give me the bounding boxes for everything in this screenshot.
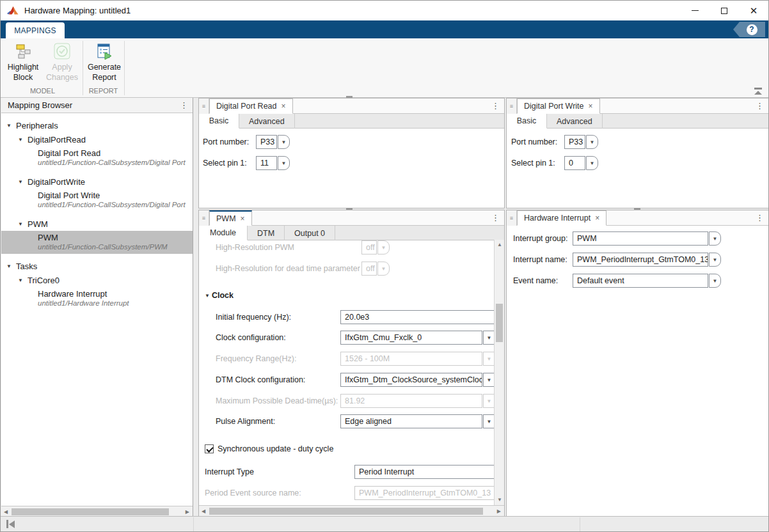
tab-close-icon[interactable]: × <box>281 102 286 111</box>
status-bar <box>1 516 768 531</box>
tab-digital-port-write[interactable]: Digital Port Write × <box>517 98 600 114</box>
drag-handle-icon[interactable]: ≡ <box>199 210 209 226</box>
generate-report-button[interactable]: Generate Report <box>86 40 123 86</box>
pwm-horizontal-scrollbar[interactable]: ◀ ▶ <box>199 505 504 516</box>
expander-icon[interactable]: ▼ <box>18 278 24 283</box>
dropdown-arrow-icon[interactable]: ▼ <box>278 135 290 149</box>
tree-node-tricore0[interactable]: ▼TriCore0 <box>1 273 193 287</box>
subtab-advanced[interactable]: Advanced <box>239 114 295 129</box>
dropdown-arrow-icon[interactable]: ▼ <box>278 156 290 170</box>
browser-menu-kebab-icon[interactable]: ⋮ <box>180 100 188 110</box>
interrupt-group-dropdown[interactable]: PWM ▼ <box>573 231 721 246</box>
tree-node-peripherals[interactable]: ▼Peripherals <box>1 118 193 132</box>
port-number-dropdown[interactable]: P33 ▼ <box>256 135 290 149</box>
dropdown-arrow-icon[interactable]: ▼ <box>586 156 598 170</box>
select-pin-dropdown[interactable]: 0 ▼ <box>564 156 598 170</box>
scrollbar-thumb[interactable] <box>496 304 503 342</box>
tab-close-icon[interactable]: × <box>589 102 593 111</box>
field-label: Frequency Range(Hz): <box>216 354 340 363</box>
dtm-clock-configuration-dropdown[interactable]: IfxGtm_Dtm_ClockSource_systemClock ▼ <box>340 373 495 387</box>
pwm-vertical-scrollbar[interactable]: ▲ ▼ <box>494 240 504 505</box>
expander-icon[interactable]: ▼ <box>18 179 24 185</box>
collapse-ribbon-icon <box>754 88 762 90</box>
tree-node-digitalportwrite[interactable]: ▼DigitalPortWrite <box>1 175 193 189</box>
dock-left-icon[interactable] <box>6 520 17 528</box>
tab-pwm[interactable]: PWM × <box>209 210 252 226</box>
dropdown-arrow-icon[interactable]: ▼ <box>709 231 721 246</box>
splitter-handle[interactable] <box>346 208 353 210</box>
status-divider <box>580 517 580 531</box>
minimize-button[interactable] <box>680 1 710 20</box>
subtab-basic[interactable]: Basic <box>199 114 239 129</box>
panel-menu-kebab-icon[interactable]: ⋮ <box>491 213 500 223</box>
port-number-dropdown[interactable]: P33 ▼ <box>564 135 598 149</box>
help-button[interactable]: ? <box>733 22 765 37</box>
sync-update-checkbox[interactable] <box>205 444 214 453</box>
expander-icon[interactable]: ▼ <box>18 221 24 227</box>
pulse-alignment-dropdown[interactable]: Edge aligned ▼ <box>340 414 495 428</box>
section-title: Clock <box>212 291 234 300</box>
interrupt-name-dropdown[interactable]: PWM_PeriodInterrupt_GtmTOM0_13 ▼ <box>573 253 721 267</box>
dropdown-arrow-icon[interactable]: ▼ <box>709 253 721 267</box>
clock-section-header[interactable]: ▼ Clock <box>205 291 234 300</box>
tree-leaf-label: PWM <box>38 233 193 242</box>
dropdown-arrow-icon[interactable]: ▼ <box>709 274 721 288</box>
scrollbar-thumb[interactable] <box>12 508 169 515</box>
scroll-right-icon[interactable]: ▶ <box>186 510 189 515</box>
initial-frequency-input[interactable]: 20.0e3 <box>340 310 495 324</box>
expander-icon[interactable]: ▼ <box>6 263 12 269</box>
expander-icon[interactable]: ▼ <box>18 137 24 143</box>
event-name-dropdown[interactable]: Default event ▼ <box>573 274 721 288</box>
splitter-handle[interactable] <box>634 208 640 210</box>
tree-leaf-pwm-selected[interactable]: PWM untitled1/Function-CallSubsystem/PWM <box>1 231 193 254</box>
tree-node-tasks[interactable]: ▼Tasks <box>1 259 193 273</box>
tab-close-icon[interactable]: × <box>595 214 599 223</box>
tree-node-digitalportread[interactable]: ▼DigitalPortRead <box>1 132 193 146</box>
tree-leaf-hardware-interrupt[interactable]: Hardware Interrupt untitled1/Hardware In… <box>1 287 193 310</box>
subtab-dtm[interactable]: DTM <box>248 226 285 240</box>
close-button[interactable]: ✕ <box>739 1 768 20</box>
subtab-output0[interactable]: Output 0 <box>285 226 335 240</box>
dropdown-value: off <box>361 240 377 254</box>
scroll-left-icon[interactable]: ◀ <box>202 509 205 514</box>
scroll-left-icon[interactable]: ◀ <box>4 510 8 515</box>
drag-handle-icon[interactable]: ≡ <box>507 98 517 114</box>
scroll-down-icon[interactable]: ▼ <box>497 497 502 503</box>
tab-hardware-interrupt[interactable]: Hardware Interrupt × <box>517 210 606 226</box>
apply-changes-label-2: Changes <box>46 72 78 82</box>
subtab-advanced[interactable]: Advanced <box>547 114 603 129</box>
panel-menu-kebab-icon[interactable]: ⋮ <box>756 101 764 111</box>
scrollbar-thumb[interactable] <box>209 508 483 515</box>
tab-digital-port-read[interactable]: Digital Port Read × <box>209 98 293 114</box>
section-expander-icon[interactable]: ▼ <box>205 293 210 299</box>
subtab-module[interactable]: Module <box>199 226 248 240</box>
tab-close-icon[interactable]: × <box>241 214 245 223</box>
drag-handle-icon[interactable]: ≡ <box>507 210 517 226</box>
expander-icon[interactable]: ▼ <box>6 123 12 129</box>
scroll-right-icon[interactable]: ▶ <box>497 509 501 514</box>
tree-leaf-digital-port-write[interactable]: Digital Port Write untitled1/Function-Ca… <box>1 189 193 212</box>
browser-horizontal-scrollbar[interactable]: ◀ ▶ <box>1 506 193 517</box>
tab-mappings[interactable]: MAPPINGS <box>6 22 65 38</box>
group-label-report: REPORT <box>83 87 124 95</box>
scroll-up-icon[interactable]: ▲ <box>497 242 502 247</box>
subtab-basic[interactable]: Basic <box>507 114 547 129</box>
interrupt-group-row: Interrupt group: PWM ▼ <box>513 231 721 246</box>
panel-menu-kebab-icon[interactable]: ⋮ <box>491 101 500 111</box>
dropdown-value: 11 <box>256 156 277 170</box>
frequency-range-row: Frequency Range(Hz): 1526 - 100M ▼ <box>216 352 495 366</box>
dropdown-arrow-icon[interactable]: ▼ <box>586 135 598 149</box>
splitter-handle[interactable] <box>346 96 353 98</box>
tree-node-label: DigitalPortWrite <box>28 177 85 187</box>
tree-node-pwm[interactable]: ▼PWM <box>1 217 193 231</box>
drag-handle-icon[interactable]: ≡ <box>199 98 209 114</box>
maximize-button[interactable] <box>710 1 739 20</box>
collapse-ribbon-arrow <box>754 91 762 95</box>
select-pin-dropdown[interactable]: 11 ▼ <box>256 156 290 170</box>
clock-configuration-dropdown[interactable]: IfxGtm_Cmu_Fxclk_0 ▼ <box>340 331 495 345</box>
highlight-block-button[interactable]: Highlight Block <box>4 40 42 86</box>
panel-menu-kebab-icon[interactable]: ⋮ <box>756 213 764 223</box>
interrupt-type-input[interactable]: Period Interrupt <box>354 465 495 479</box>
collapse-ribbon-button[interactable] <box>753 87 763 96</box>
tree-leaf-digital-port-read[interactable]: Digital Port Read untitled1/Function-Cal… <box>1 146 193 169</box>
